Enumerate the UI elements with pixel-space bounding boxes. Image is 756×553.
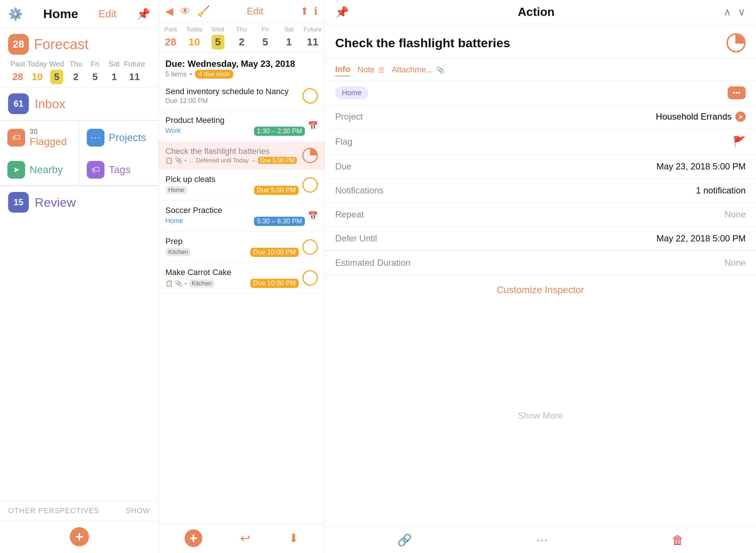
mid-day-sat[interactable]: Sat 1 bbox=[277, 23, 301, 52]
day-past[interactable]: Past 28 bbox=[8, 60, 27, 84]
repeat-value[interactable]: None bbox=[725, 209, 746, 220]
calendar-icon: 📅 bbox=[308, 211, 318, 221]
gear-icon[interactable]: ⚙️ bbox=[8, 7, 23, 21]
left-header: ⚙️ Home Edit 📌 bbox=[0, 0, 158, 28]
edit-button[interactable]: Edit bbox=[99, 8, 116, 20]
add-task-button[interactable] bbox=[185, 529, 202, 547]
task-item[interactable]: Make Carrot Cake 📋📎• Kitchen Due 10:00 P… bbox=[159, 262, 324, 293]
share-icon[interactable]: 🔗 bbox=[397, 533, 412, 547]
task-complete-button[interactable] bbox=[302, 177, 318, 193]
mid-day-today[interactable]: Today 10 bbox=[182, 23, 206, 52]
sidebar-item-projects[interactable]: ⋯ Projects bbox=[79, 121, 159, 154]
project-arrow-button[interactable]: ➤ bbox=[735, 111, 746, 122]
inspector-project-row: Project Household Errands ➤ bbox=[325, 105, 756, 129]
chevron-up-button[interactable]: ∧ bbox=[724, 6, 731, 18]
inbox-badge: 61 bbox=[8, 93, 29, 114]
inspector-due-row: Due May 23, 2018 5:00 PM bbox=[325, 155, 756, 179]
day-sat-num: 1 bbox=[109, 70, 120, 84]
task-content: Pick up cleats Home Due 5:00 PM bbox=[165, 175, 299, 195]
day-future[interactable]: Future 11 bbox=[124, 60, 145, 84]
tag-row: Home ••• bbox=[325, 81, 756, 105]
due-soon-badge: 4 due soon bbox=[195, 70, 233, 79]
task-item[interactable]: Send inventory schedule to Nancy Due 12:… bbox=[159, 82, 324, 110]
task-complete-button[interactable] bbox=[302, 270, 318, 286]
export-icon[interactable]: ⬇ bbox=[289, 531, 299, 545]
review-badge: 15 bbox=[8, 192, 29, 213]
add-item-button[interactable] bbox=[70, 527, 89, 546]
eye-icon[interactable]: 👁 bbox=[180, 5, 190, 17]
notifications-label: Notifications bbox=[335, 185, 384, 196]
task-item[interactable]: Product Meeting Work 1:30 – 2:30 PM 📅 bbox=[159, 110, 324, 141]
day-wed[interactable]: Wed 5 bbox=[47, 60, 66, 84]
due-value[interactable]: May 23, 2018 5:00 PM bbox=[657, 161, 746, 172]
task-detail-header: Check the flashlight batteries bbox=[325, 24, 756, 59]
pin-icon[interactable]: 📌 bbox=[335, 6, 349, 18]
more-options-button[interactable]: ••• bbox=[728, 86, 746, 99]
mid-day-wed[interactable]: Wed 5 bbox=[206, 23, 230, 52]
right-footer: 🔗 ⋯ 🗑 bbox=[325, 527, 756, 553]
home-tag[interactable]: Home bbox=[335, 86, 368, 99]
mid-day-future[interactable]: Future 11 bbox=[301, 23, 324, 52]
task-item[interactable]: Soccer Practice Home 5:30 – 6:30 PM 📅 bbox=[159, 200, 324, 231]
task-item[interactable]: Prep Kitchen Due 10:00 PM bbox=[159, 231, 324, 262]
task-complete-button[interactable] bbox=[302, 148, 318, 163]
task-content: Check the flashlight batteries 📋📎•... De… bbox=[165, 147, 299, 164]
task-content: Make Carrot Cake 📋📎• Kitchen Due 10:00 P… bbox=[165, 268, 299, 288]
mid-day-fri[interactable]: Fri 5 bbox=[254, 23, 277, 52]
back-icon[interactable]: ◀ bbox=[165, 5, 173, 17]
day-sat-header: Sat bbox=[109, 60, 120, 68]
tab-info[interactable]: Info bbox=[335, 63, 350, 76]
forecast-row[interactable]: 28 Forecast bbox=[8, 34, 150, 55]
day-thu[interactable]: Thu 2 bbox=[66, 60, 85, 84]
sidebar-item-review[interactable]: 15 Review bbox=[0, 186, 158, 219]
flag-button[interactable]: 🚩 bbox=[733, 135, 746, 148]
middle-edit-button[interactable]: Edit bbox=[247, 6, 264, 17]
nav-grid: 🏷 30 Flagged ⋯ Projects ➤ Nearby 🏷 Tags bbox=[0, 120, 158, 186]
upload-icon[interactable]: ⬆ bbox=[300, 5, 309, 17]
nearby-label: Nearby bbox=[30, 164, 63, 176]
day-today-header: Today bbox=[27, 60, 47, 68]
task-item[interactable]: Pick up cleats Home Due 5:00 PM bbox=[159, 169, 324, 200]
undo-icon[interactable]: ↩ bbox=[240, 531, 250, 545]
sidebar-item-tags[interactable]: 🏷 Tags bbox=[79, 154, 159, 185]
mid-day-thu[interactable]: Thu 2 bbox=[230, 23, 253, 52]
trash-icon[interactable]: 🗑 bbox=[672, 533, 684, 547]
tab-attachments[interactable]: Attachme... 📎 bbox=[392, 63, 444, 76]
show-button[interactable]: SHOW bbox=[126, 506, 150, 515]
task-detail-title: Check the flashlight batteries bbox=[335, 36, 726, 50]
day-future-num: 11 bbox=[126, 70, 143, 84]
action-title: Action bbox=[349, 5, 724, 19]
sidebar-item-flagged[interactable]: 🏷 30 Flagged bbox=[0, 121, 79, 154]
task-circle-button[interactable] bbox=[726, 33, 746, 52]
sidebar-item-nearby[interactable]: ➤ Nearby bbox=[0, 154, 79, 185]
mid-day-past[interactable]: Past 28 bbox=[159, 23, 182, 52]
task-content: Product Meeting Work 1:30 – 2:30 PM bbox=[165, 116, 305, 136]
day-wed-header: Wed bbox=[49, 60, 64, 68]
forecast-section: 28 Forecast Past 28 Today 10 Wed 5 Thu 2… bbox=[0, 28, 158, 87]
day-past-num: 28 bbox=[10, 70, 26, 84]
duration-value[interactable]: None bbox=[725, 258, 746, 268]
grid-icon[interactable]: ⋯ bbox=[536, 533, 548, 547]
due-label: Due bbox=[335, 161, 351, 172]
svg-rect-3 bbox=[190, 537, 197, 539]
task-item-highlighted[interactable]: Check the flashlight batteries 📋📎•... De… bbox=[159, 141, 324, 169]
task-content: Soccer Practice Home 5:30 – 6:30 PM bbox=[165, 206, 305, 226]
sidebar-item-inbox[interactable]: 61 Inbox bbox=[0, 87, 158, 120]
notifications-value[interactable]: 1 notification bbox=[696, 185, 746, 196]
day-sat[interactable]: Sat 1 bbox=[104, 60, 124, 84]
right-header: 📌 Action ∧ ∨ bbox=[325, 0, 756, 24]
info-icon[interactable]: ℹ bbox=[314, 5, 318, 17]
defer-value[interactable]: May 22, 2018 5:00 PM bbox=[657, 233, 746, 244]
task-complete-button[interactable] bbox=[302, 88, 318, 104]
brush-icon[interactable]: 🧹 bbox=[197, 5, 210, 17]
detail-tabs: Info Note ☰ Attachme... 📎 bbox=[325, 59, 756, 81]
pin-icon[interactable]: 📌 bbox=[137, 7, 150, 20]
show-more-button[interactable]: Show More bbox=[325, 403, 756, 428]
tab-note[interactable]: Note ☰ bbox=[357, 63, 384, 76]
duration-label: Estimated Duration bbox=[335, 258, 410, 268]
task-complete-button[interactable] bbox=[302, 239, 318, 255]
day-fri[interactable]: Fri 5 bbox=[85, 60, 104, 84]
day-today[interactable]: Today 10 bbox=[27, 60, 47, 84]
chevron-down-button[interactable]: ∨ bbox=[738, 6, 746, 18]
customize-inspector-button[interactable]: Customize Inspector bbox=[325, 275, 756, 305]
